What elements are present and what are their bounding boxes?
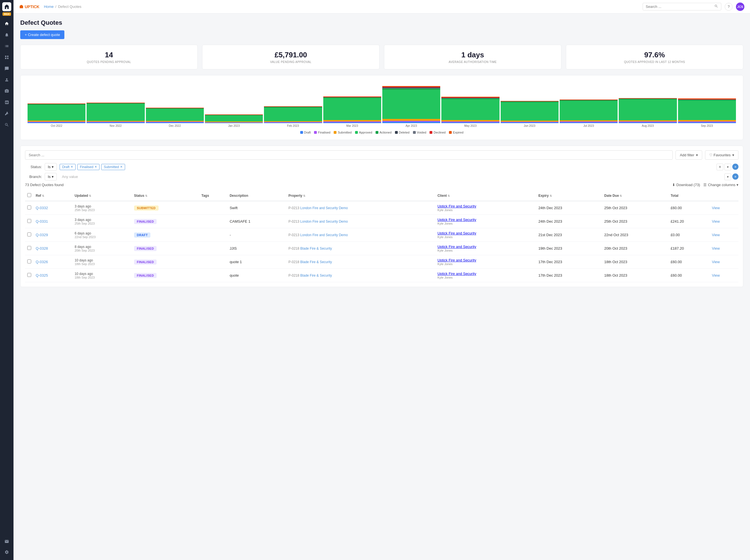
- sidebar-item-mail[interactable]: [1, 536, 12, 546]
- property-link-1[interactable]: London Fire and Security Demo: [300, 220, 348, 223]
- remove-finalised-filter[interactable]: ✕: [95, 165, 97, 169]
- chart-month-label-11: Sep 2023: [678, 124, 736, 127]
- create-defect-quote-button[interactable]: + Create defect quote: [20, 31, 64, 39]
- sidebar-item-alerts[interactable]: [1, 30, 12, 40]
- client-link-2[interactable]: Uptick Fire and Security: [438, 231, 476, 235]
- view-button-0[interactable]: View: [712, 206, 719, 210]
- change-columns-button[interactable]: ☰ Change columns ▾: [703, 183, 738, 187]
- row-checkbox-0[interactable]: [27, 205, 31, 209]
- help-button[interactable]: ?: [725, 3, 733, 11]
- row-checkbox-3[interactable]: [27, 246, 31, 250]
- chart-bar-group-3: [205, 115, 263, 123]
- sidebar-item-wrench[interactable]: [1, 108, 12, 119]
- th-property[interactable]: Property: [286, 190, 435, 201]
- td-client-4: Uptick Fire and Security Kyle Jones: [435, 255, 536, 269]
- status-filter-add[interactable]: +: [732, 164, 738, 170]
- status-operator-select[interactable]: Is ▾: [45, 163, 57, 171]
- branch-filter-expand[interactable]: ▾: [725, 174, 731, 180]
- chart-bar-group-7: [441, 97, 499, 123]
- row-checkbox-4[interactable]: [27, 259, 31, 263]
- status-filter-expand[interactable]: ▾: [725, 164, 731, 171]
- td-ref-4: Q-0326: [34, 255, 72, 269]
- ref-link-0[interactable]: Q-0332: [36, 206, 48, 210]
- client-link-4[interactable]: Uptick Fire and Security: [438, 258, 476, 262]
- view-button-3[interactable]: View: [712, 246, 719, 251]
- branch-filter-add[interactable]: +: [732, 174, 738, 180]
- table-search-input[interactable]: [25, 151, 673, 160]
- th-ref[interactable]: Ref: [34, 190, 72, 201]
- td-description-2: -: [227, 228, 286, 242]
- property-link-5[interactable]: Blade Fire & Security: [300, 274, 332, 278]
- row-checkbox-5[interactable]: [27, 273, 31, 277]
- sidebar-item-messages[interactable]: [1, 63, 12, 74]
- sidebar-item-users[interactable]: [1, 75, 12, 85]
- sidebar-item-home[interactable]: [1, 19, 12, 29]
- filter-tag-submitted[interactable]: Submitted ✕: [101, 164, 125, 170]
- remove-submitted-filter[interactable]: ✕: [120, 165, 123, 169]
- bar-segment-draft-11: [678, 122, 736, 123]
- bar-segment-draft-10: [619, 122, 677, 123]
- property-link-4[interactable]: Blade Fire & Security: [300, 260, 332, 264]
- row-checkbox-2[interactable]: [27, 233, 31, 236]
- view-button-4[interactable]: View: [712, 260, 719, 264]
- property-link-0[interactable]: London Fire and Security Demo: [300, 206, 348, 210]
- branch-operator-select[interactable]: Is ▾: [45, 173, 57, 180]
- breadcrumb-home[interactable]: Home: [44, 4, 54, 9]
- property-link-3[interactable]: Blade Fire & Security: [300, 246, 332, 251]
- ref-link-4[interactable]: Q-0326: [36, 260, 48, 264]
- row-checkbox-1[interactable]: [27, 219, 31, 223]
- property-link-2[interactable]: London Fire and Security Demo: [300, 233, 348, 237]
- th-expiry[interactable]: Expiry: [536, 190, 602, 201]
- sidebar-item-camera[interactable]: [1, 86, 12, 96]
- td-ref-1: Q-0331: [34, 215, 72, 228]
- chart-bar-group-9: [560, 100, 617, 123]
- td-status-4: FINALISED: [132, 255, 199, 269]
- topnav-brand: UPTICK: [19, 4, 39, 9]
- ref-link-3[interactable]: Q-0328: [36, 246, 48, 251]
- ref-link-1[interactable]: Q-0331: [36, 219, 48, 223]
- th-client[interactable]: Client: [435, 190, 536, 201]
- user-avatar[interactable]: JCS: [736, 2, 744, 11]
- global-search-input[interactable]: [646, 4, 714, 9]
- favourites-button[interactable]: ♡ Favourites ▾: [705, 151, 738, 160]
- client-link-3[interactable]: Uptick Fire and Security: [438, 245, 476, 249]
- defect-quotes-table: Ref Updated Status Tags Description Prop…: [25, 190, 738, 282]
- ref-link-2[interactable]: Q-0329: [36, 233, 48, 237]
- legend-item-approved: Approved: [355, 131, 372, 134]
- sidebar-item-search[interactable]: [1, 120, 12, 130]
- view-button-2[interactable]: View: [712, 233, 719, 237]
- td-date-due-2: 22nd Oct 2023: [602, 228, 668, 242]
- td-description-5: quote: [227, 269, 286, 282]
- sidebar-item-table[interactable]: [1, 97, 12, 107]
- remove-draft-filter[interactable]: ✕: [70, 165, 73, 169]
- status-filter-label: Status:: [25, 165, 42, 169]
- client-link-1[interactable]: Uptick Fire and Security: [438, 218, 476, 222]
- sidebar-badge[interactable]: BGX: [2, 12, 11, 16]
- download-button[interactable]: ⬇ Download (73): [672, 183, 700, 187]
- client-link-0[interactable]: Uptick Fire and Security: [438, 204, 476, 208]
- td-date-due-3: 20th Oct 2023: [602, 242, 668, 255]
- filter-tag-finalised[interactable]: Finalised ✕: [77, 164, 100, 170]
- view-button-1[interactable]: View: [712, 219, 719, 223]
- chart-month-label-2: Dec 2022: [146, 124, 204, 127]
- global-search-icon[interactable]: [714, 4, 718, 9]
- filter-tag-draft[interactable]: Draft ✕: [60, 164, 76, 170]
- client-link-5[interactable]: Uptick Fire and Security: [438, 272, 476, 276]
- status-badge-0: SUBMITTED: [134, 205, 159, 211]
- select-all-checkbox[interactable]: [27, 193, 31, 197]
- th-date-due[interactable]: Date Due: [602, 190, 668, 201]
- add-filter-button[interactable]: Add filter ▾: [675, 151, 702, 160]
- brand-name: UPTICK: [25, 4, 39, 9]
- ref-link-5[interactable]: Q-0325: [36, 273, 48, 278]
- status-filter-close[interactable]: ✕: [716, 164, 723, 171]
- view-button-5[interactable]: View: [712, 273, 719, 278]
- sidebar-item-grid[interactable]: [1, 52, 12, 62]
- th-updated[interactable]: Updated: [72, 190, 131, 201]
- sidebar-item-list[interactable]: [1, 41, 12, 51]
- download-icon: ⬇: [672, 183, 675, 187]
- global-search-box[interactable]: [643, 3, 721, 11]
- sidebar-item-settings[interactable]: [1, 547, 12, 557]
- th-status[interactable]: Status: [132, 190, 199, 201]
- sidebar-logo[interactable]: [2, 2, 11, 11]
- status-badge-1: FINALISED: [134, 219, 157, 224]
